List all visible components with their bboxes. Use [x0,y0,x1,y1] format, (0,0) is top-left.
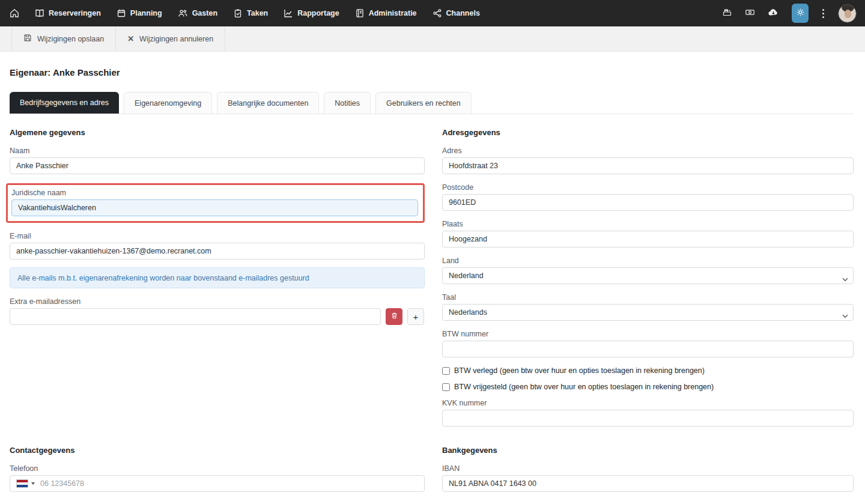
share-nodes-icon [432,8,442,18]
tab-eigenarenomgeving[interactable]: Eigenarenomgeving [124,92,212,114]
nav-item-label: Rapportage [297,9,339,17]
postcode-input[interactable] [442,194,854,211]
netherlands-flag-icon[interactable] [16,479,28,488]
banknote-button[interactable] [745,7,755,20]
telefoon-input-wrapper [10,475,425,492]
nav-item-rapportage[interactable]: Rapportage [284,8,339,18]
nav-item-label: Reserveringen [49,9,101,17]
section-algemene-gegevens: Algemene gegevens Naam Juridische naam E… [10,128,425,427]
postcode-label: Postcode [442,183,854,192]
action-bar-spacer [0,26,12,51]
home-icon [10,8,19,18]
extra-email-label: Extra e-mailadressen [10,297,425,306]
telefoon-input[interactable] [40,476,418,491]
save-changes-label: Wijzigingen opslaan [37,35,104,43]
section-heading: Adresgegevens [442,128,854,137]
nav-item-taken[interactable]: Taken [233,8,268,18]
flag-dropdown-caret-icon[interactable] [31,482,35,485]
close-icon: ✕ [127,34,134,43]
section-heading: Bankgegevens [442,446,854,455]
adres-input[interactable] [442,157,854,174]
btw-verlegd-label: BTW verlegd (geen btw over huur en optie… [454,366,705,375]
cash-register-button[interactable] [722,7,732,20]
nav-item-reserveringen[interactable]: Reserveringen [35,8,101,18]
save-icon [23,34,32,44]
cancel-changes-label: Wijzigingen annuleren [139,35,213,43]
nav-item-label: Planning [130,9,162,17]
btw-nummer-label: BTW nummer [442,330,854,338]
section-heading: Algemene gegevens [10,128,425,137]
plaats-input[interactable] [442,231,854,247]
banknote-icon [745,7,755,20]
nav-item-label: Administratie [369,9,417,17]
nav-item-label: Channels [446,9,480,17]
section-bankgegevens: Bankgegevens IBAN [442,446,854,492]
land-label: Land [442,257,854,265]
land-select[interactable] [442,267,854,284]
gear-icon [796,8,805,19]
nav-item-label: Gasten [192,9,217,17]
iban-input[interactable] [442,475,854,492]
annotation-highlight-box: Juridische naam [6,183,425,223]
extra-email-input[interactable] [10,308,381,325]
users-icon [178,8,188,18]
book-open-icon [35,8,44,18]
btw-nummer-input[interactable] [442,341,854,357]
naam-input[interactable] [10,157,425,174]
home-button[interactable] [10,8,19,18]
nav-item-administratie[interactable]: Administratie [355,8,417,18]
naam-label: Naam [10,147,425,155]
plaats-label: Plaats [442,220,854,228]
delete-extra-email-button[interactable] [386,308,402,325]
more-menu-button[interactable] [821,8,825,19]
nav-item-gasten[interactable]: Gasten [178,8,217,18]
settings-button[interactable] [792,4,809,23]
tab-gebruikers-en-rechten[interactable]: Gebruikers en rechten [375,92,472,114]
email-input[interactable] [10,243,425,260]
user-avatar[interactable] [838,4,857,23]
action-bar: Wijzigingen opslaan ✕ Wijzigingen annule… [0,26,865,52]
plus-icon: + [413,312,419,322]
cloud-download-icon [768,7,779,20]
email-label: E-mail [10,232,425,240]
juridische-naam-label: Juridische naam [11,189,418,197]
cash-register-icon [722,7,732,20]
btw-vrijgesteld-label: BTW vrijgesteld (geen btw over huur en o… [454,383,714,391]
add-extra-email-button[interactable]: + [407,308,424,325]
juridische-naam-input[interactable] [11,199,418,216]
email-info-alert: Alle e-mails m.b.t. eigenarenafrekening … [10,267,425,288]
kvk-nummer-input[interactable] [442,410,854,427]
btw-verlegd-checkbox[interactable] [442,367,450,375]
chart-line-icon [284,8,293,18]
tab-bar: Bedrijfsgegevens en adres Eigenarenomgev… [10,92,854,114]
nav-item-planning[interactable]: Planning [117,8,162,18]
telefoon-label: Telefoon [10,464,425,473]
nav-item-channels[interactable]: Channels [432,8,480,18]
taal-select[interactable] [442,304,854,321]
cancel-changes-button[interactable]: ✕ Wijzigingen annuleren [116,26,225,51]
btw-vrijgesteld-checkbox[interactable] [442,383,450,391]
page-title: Eigenaar: Anke Passchier [10,67,854,77]
top-navigation: Reserveringen Planning Gasten Taken Rapp… [0,0,865,26]
clipboard-check-icon [233,8,243,18]
calendar-icon [117,8,126,18]
kvk-nummer-label: KVK nummer [442,399,854,407]
section-contactgegevens: Contactgegevens Telefoon [10,446,425,492]
save-changes-button[interactable]: Wijzigingen opslaan [12,26,116,51]
tab-bedrijfsgegevens-en-adres[interactable]: Bedrijfsgegevens en adres [10,92,119,114]
tab-belangrijke-documenten[interactable]: Belangrijke documenten [217,92,319,114]
tab-notities[interactable]: Notities [324,92,371,114]
adres-label: Adres [442,147,854,155]
section-adresgegevens: Adresgegevens Adres Postcode Plaats Land [442,128,854,427]
trash-icon [390,311,398,322]
nav-item-label: Taken [247,9,268,17]
journal-icon [355,8,365,18]
section-heading: Contactgegevens [10,446,425,455]
cloud-download-button[interactable] [768,7,779,20]
taal-label: Taal [442,293,854,302]
iban-label: IBAN [442,464,854,473]
